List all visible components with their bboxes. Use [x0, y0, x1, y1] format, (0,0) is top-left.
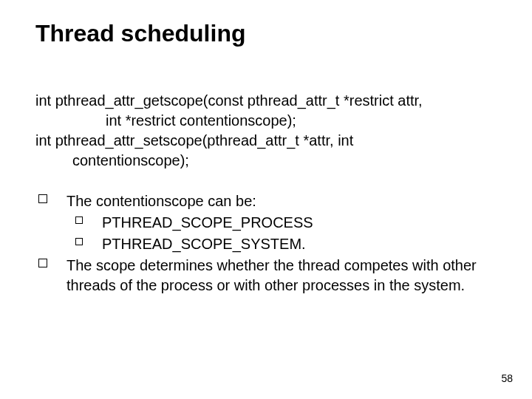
- bullet-scope-determines: The scope determines whether the thread …: [35, 256, 502, 296]
- subbullet-scope-system: PTHREAD_SCOPE_SYSTEM.: [35, 234, 502, 254]
- subbullet-scope-process: PTHREAD_SCOPE_PROCESS: [35, 213, 502, 233]
- slide-title: Thread scheduling: [35, 21, 502, 47]
- square-bullet-icon: [75, 238, 83, 245]
- subbullet-text: PTHREAD_SCOPE_PROCESS: [102, 214, 313, 231]
- bullet-contentionscope-intro: The contentionscope can be:: [35, 191, 502, 211]
- bullet-list: The contentionscope can be: PTHREAD_SCOP…: [35, 191, 502, 296]
- subbullet-text: PTHREAD_SCOPE_SYSTEM.: [102, 236, 306, 252]
- square-bullet-icon: [75, 216, 83, 224]
- bullet-text: The scope determines whether the thread …: [66, 257, 477, 293]
- bullet-text: The contentionscope can be:: [66, 193, 256, 209]
- square-bullet-icon: [38, 259, 47, 267]
- proto-setscope-line1: int pthread_attr_setscope(pthread_attr_t…: [35, 131, 502, 151]
- slide: Thread scheduling int pthread_attr_getsc…: [0, 0, 532, 399]
- function-prototypes: int pthread_attr_getscope(const pthread_…: [35, 91, 502, 171]
- square-bullet-icon: [38, 194, 47, 203]
- proto-getscope-line2: int *restrict contentionscope);: [35, 111, 502, 131]
- page-number: 58: [501, 372, 513, 384]
- proto-getscope-line1: int pthread_attr_getscope(const pthread_…: [35, 91, 502, 111]
- proto-setscope-line2: contentionscope);: [35, 151, 502, 171]
